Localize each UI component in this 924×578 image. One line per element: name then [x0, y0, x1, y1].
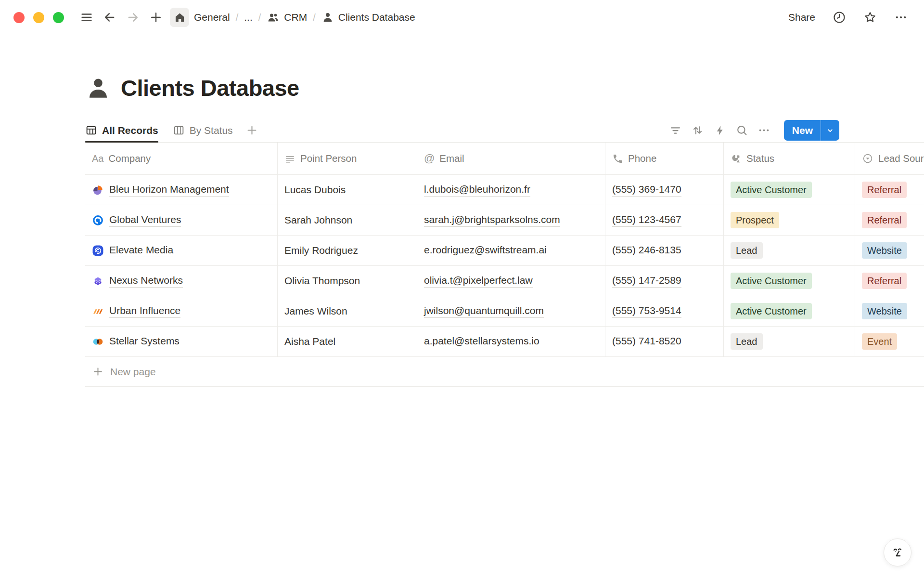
email-link[interactable]: jwilson@quantumquill.com — [424, 304, 544, 318]
column-header-status[interactable]: Status — [724, 143, 855, 174]
lead-source-badge: Website — [862, 303, 907, 319]
cell-company[interactable]: Urban Influence — [85, 296, 278, 326]
cell-status[interactable]: Active Customer — [724, 266, 855, 296]
tab-by-status[interactable]: By Status — [173, 118, 233, 142]
forward-button[interactable] — [124, 8, 142, 26]
page-options-button[interactable] — [894, 11, 908, 24]
zoom-window-button[interactable] — [53, 12, 64, 23]
new-tab-button[interactable] — [147, 8, 165, 26]
cell-email[interactable]: sarah.j@brightsparksolns.com — [417, 205, 605, 235]
column-header-company[interactable]: Aa Company — [85, 143, 278, 174]
cell-email[interactable]: jwilson@quantumquill.com — [417, 296, 605, 326]
close-window-button[interactable] — [13, 12, 25, 23]
column-label: Phone — [628, 153, 656, 164]
view-options-button[interactable] — [756, 122, 772, 139]
table-row: Global Ventures Sarah Johnson sarah.j@br… — [85, 205, 924, 236]
new-page-button[interactable]: New page — [85, 357, 924, 387]
cell-company[interactable]: Nexus Networks — [85, 266, 278, 296]
column-header-phone[interactable]: Phone — [605, 143, 724, 174]
search-button[interactable] — [734, 122, 750, 139]
cell-point-person[interactable]: Sarah Johnson — [278, 205, 417, 235]
table-view-icon — [85, 124, 97, 136]
notion-face-icon — [889, 544, 906, 561]
stellar-systems-logo — [92, 336, 104, 348]
cell-point-person[interactable]: Olivia Thompson — [278, 266, 417, 296]
minimize-window-button[interactable] — [33, 12, 44, 23]
cell-company[interactable]: Bleu Horizon Management — [85, 175, 278, 205]
cell-point-person[interactable]: Aisha Patel — [278, 327, 417, 356]
forward-arrow-icon — [126, 11, 140, 24]
cell-phone[interactable]: (555) 753-9514 — [605, 296, 724, 326]
cell-point-person[interactable]: Lucas Dubois — [278, 175, 417, 205]
cell-phone[interactable]: (555) 369-1470 — [605, 175, 724, 205]
email-link[interactable]: olivia.t@pixelperfect.law — [424, 274, 533, 288]
phone-link[interactable]: (555) 246-8135 — [612, 244, 681, 257]
cell-email[interactable]: a.patel@stellarsystems.io — [417, 327, 605, 356]
cell-lead-source[interactable]: Event — [855, 327, 924, 356]
email-link[interactable]: a.patel@stellarsystems.io — [424, 335, 539, 348]
sidebar-menu-button[interactable] — [77, 8, 96, 26]
cell-company[interactable]: Stellar Systems — [85, 327, 278, 356]
email-link[interactable]: sarah.j@brightsparksolns.com — [424, 213, 560, 227]
tab-all-records[interactable]: All Records — [85, 118, 158, 142]
back-button[interactable] — [101, 8, 119, 26]
cell-phone[interactable]: (555) 246-8135 — [605, 236, 724, 265]
cell-phone[interactable]: (555) 741-8520 — [605, 327, 724, 356]
company-link[interactable]: Stellar Systems — [109, 335, 180, 348]
phone-link[interactable]: (555) 147-2589 — [612, 274, 681, 288]
home-button[interactable] — [170, 8, 189, 27]
phone-link[interactable]: (555) 753-9514 — [612, 304, 681, 318]
cell-point-person[interactable]: James Wilson — [278, 296, 417, 326]
breadcrumb-page[interactable]: Clients Database — [321, 11, 415, 24]
company-link[interactable]: Global Ventures — [109, 213, 181, 227]
new-record-button[interactable]: New — [784, 120, 839, 141]
phone-link[interactable]: (555) 369-1470 — [612, 183, 681, 197]
cell-lead-source[interactable]: Referral — [855, 205, 924, 235]
automations-button[interactable] — [712, 122, 728, 139]
column-header-lead-source[interactable]: Lead Source — [855, 143, 924, 174]
favorite-button[interactable] — [863, 11, 877, 24]
nexus-networks-logo — [92, 275, 104, 287]
column-header-email[interactable]: @ Email — [417, 143, 605, 174]
cell-lead-source[interactable]: Website — [855, 296, 924, 326]
company-link[interactable]: Nexus Networks — [109, 274, 183, 288]
cell-email[interactable]: olivia.t@pixelperfect.law — [417, 266, 605, 296]
chevron-down-icon — [825, 126, 835, 135]
page-title[interactable]: Clients Database — [121, 75, 299, 101]
breadcrumb-root[interactable]: General — [194, 12, 230, 23]
updates-button[interactable] — [833, 11, 846, 24]
cell-email[interactable]: e.rodriguez@swiftstream.ai — [417, 236, 605, 265]
cell-company[interactable]: Global Ventures — [85, 205, 278, 235]
cell-phone[interactable]: (555) 123-4567 — [605, 205, 724, 235]
phone-link[interactable]: (555) 123-4567 — [612, 213, 681, 227]
phone-link[interactable]: (555) 741-8520 — [612, 335, 681, 348]
cell-status[interactable]: Prospect — [724, 205, 855, 235]
cell-email[interactable]: l.dubois@bleuhorizon.fr — [417, 175, 605, 205]
add-view-button[interactable] — [245, 124, 258, 137]
cell-lead-source[interactable]: Website — [855, 236, 924, 265]
company-link[interactable]: Bleu Horizon Management — [109, 183, 229, 197]
company-link[interactable]: Elevate Media — [109, 244, 173, 257]
page-icon-person[interactable] — [85, 75, 111, 101]
status-badge: Lead — [731, 333, 763, 350]
cell-lead-source[interactable]: Referral — [855, 266, 924, 296]
cell-status[interactable]: Lead — [724, 327, 855, 356]
new-record-dropdown[interactable] — [821, 126, 839, 135]
sort-button[interactable] — [690, 122, 706, 139]
email-link[interactable]: l.dubois@bleuhorizon.fr — [424, 183, 530, 197]
column-header-point-person[interactable]: Point Person — [278, 143, 417, 174]
cell-point-person[interactable]: Emily Rodriguez — [278, 236, 417, 265]
cell-company[interactable]: Elevate Media — [85, 236, 278, 265]
cell-lead-source[interactable]: Referral — [855, 175, 924, 205]
share-button[interactable]: Share — [788, 12, 815, 23]
cell-status[interactable]: Active Customer — [724, 175, 855, 205]
breadcrumb-collapsed[interactable]: ... — [244, 12, 253, 23]
filter-button[interactable] — [667, 122, 684, 139]
breadcrumb-team[interactable]: CRM — [267, 11, 307, 24]
cell-phone[interactable]: (555) 147-2589 — [605, 266, 724, 296]
cell-status[interactable]: Active Customer — [724, 296, 855, 326]
company-link[interactable]: Urban Influence — [109, 304, 180, 318]
help-button[interactable] — [884, 539, 911, 566]
email-link[interactable]: e.rodriguez@swiftstream.ai — [424, 244, 547, 257]
cell-status[interactable]: Lead — [724, 236, 855, 265]
